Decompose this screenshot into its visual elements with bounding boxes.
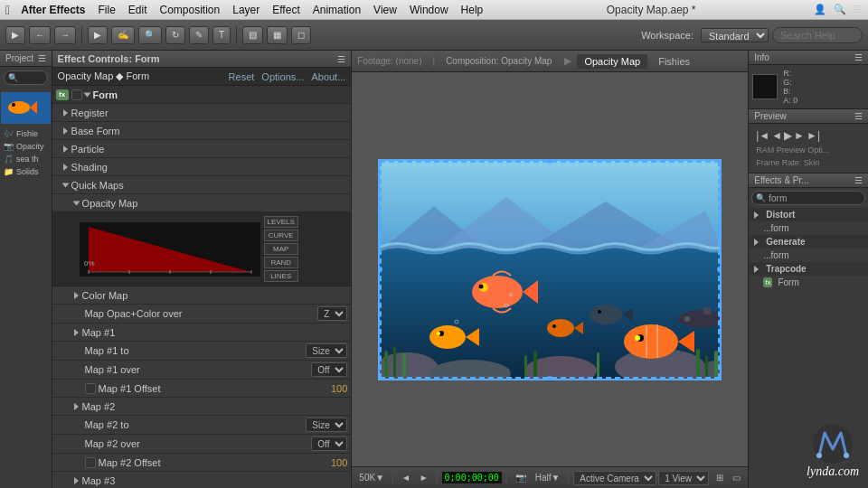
ec-panel-menu[interactable]: ☰	[337, 54, 345, 64]
window-menu[interactable]: Window	[404, 2, 454, 18]
user-icon[interactable]: 👤	[814, 4, 826, 15]
handle-bc[interactable]	[547, 376, 552, 380]
map2-over-row[interactable]: Map #2 over Off	[52, 435, 352, 454]
options-button[interactable]: Options...	[261, 71, 304, 82]
map2-offset-row[interactable]: Map #2 Offset 100	[52, 454, 352, 472]
composition-view[interactable]	[352, 72, 748, 466]
tab-fishies[interactable]: Fishies	[651, 54, 697, 69]
panel-menu-icon[interactable]: ☰	[38, 53, 46, 63]
map1-offset-value[interactable]: 100	[331, 383, 347, 394]
map1-offset-row[interactable]: Map #1 Offset 100	[52, 380, 352, 398]
register-row[interactable]: Register	[52, 104, 352, 122]
animation-menu[interactable]: Animation	[307, 2, 366, 18]
prev-play-btn[interactable]: ▶	[784, 129, 792, 142]
distort-toggle[interactable]	[754, 211, 759, 219]
opacity-map-toggle[interactable]	[72, 201, 80, 205]
prev-fwd-btn[interactable]: ►	[794, 129, 805, 142]
ram-preview-label[interactable]: RAM Preview Opti...	[752, 144, 864, 156]
effects-search-box[interactable]: 🔍 form	[751, 191, 865, 205]
map1-to-row[interactable]: Map #1 to Size	[52, 342, 352, 361]
handle-mr[interactable]	[717, 267, 722, 272]
map1-offset-check[interactable]	[85, 383, 96, 394]
map2-toggle[interactable]	[74, 403, 79, 410]
trapcode-form-item[interactable]: fx Form	[749, 276, 868, 289]
clone-tool[interactable]: ▦	[267, 26, 288, 44]
opacity-map-preview[interactable]: 0%	[80, 222, 260, 277]
workspace-select[interactable]: Standard	[701, 28, 769, 42]
map2-to-select[interactable]: Size	[306, 418, 347, 432]
base-form-row[interactable]: Base Form	[52, 122, 352, 140]
project-item-solids[interactable]: 📁 Solids	[0, 165, 52, 178]
quick-maps-row[interactable]: Quick Maps	[52, 176, 352, 194]
color-map-toggle[interactable]	[74, 292, 79, 299]
camera-select[interactable]: Active Camera	[573, 471, 656, 485]
opacity-map-row[interactable]: Opacity Map	[52, 194, 352, 212]
map2-over-select[interactable]: Off	[311, 436, 347, 451]
map1-over-select[interactable]: Off	[311, 362, 347, 377]
eraser-tool[interactable]: ◻	[291, 26, 311, 44]
form-section[interactable]: fx Form	[52, 86, 352, 104]
hand-tool[interactable]: ✍	[111, 26, 135, 44]
handle-tr[interactable]	[717, 159, 722, 164]
handle-br[interactable]	[717, 376, 722, 380]
color-map-row[interactable]: Color Map	[52, 286, 352, 305]
effect-menu[interactable]: Effect	[267, 2, 305, 18]
form-checkbox[interactable]	[71, 89, 82, 100]
distort-category[interactable]: Distort	[749, 208, 868, 221]
ctrl-lines[interactable]: LINES	[264, 270, 298, 282]
pen-tool[interactable]: ✎	[189, 26, 209, 44]
views-select[interactable]: 1 View	[658, 471, 709, 485]
distort-form-item[interactable]: ...form	[749, 221, 868, 235]
help-menu[interactable]: Help	[456, 2, 489, 18]
shading-row[interactable]: Shading	[52, 158, 352, 176]
info-panel-menu[interactable]: ☰	[854, 52, 863, 62]
project-item-sea[interactable]: 🎵 sea th	[0, 153, 52, 165]
prev-last-btn[interactable]: ►|	[807, 129, 820, 142]
ctrl-levels[interactable]: LEVELS	[264, 216, 298, 228]
reset-button[interactable]: Reset	[229, 71, 255, 82]
map1-to-select[interactable]: Size	[306, 343, 347, 358]
undo-button[interactable]: ←	[29, 26, 51, 44]
map3-row[interactable]: Map #3	[52, 472, 352, 488]
form-toggle[interactable]	[83, 92, 90, 97]
map-opac-row[interactable]: Map Opac+Color over Z	[52, 305, 352, 324]
search-input[interactable]	[772, 27, 863, 43]
zoom-level-btn[interactable]: 50K▼	[355, 472, 388, 483]
map1-over-row[interactable]: Map #1 over Off	[52, 361, 352, 380]
map2-offset-check[interactable]	[85, 457, 96, 468]
project-search[interactable]: 🔍	[4, 70, 48, 85]
list-icon[interactable]: ☰	[854, 4, 863, 15]
shading-toggle[interactable]	[63, 164, 68, 171]
apple-logo-icon[interactable]: 	[5, 3, 10, 17]
map1-row[interactable]: Map #1	[52, 324, 352, 342]
project-thumbnail-fishies[interactable]	[1, 92, 51, 124]
camera-icon-btn[interactable]: 📷	[512, 472, 530, 483]
project-item-opacity[interactable]: 📷 Opacity	[0, 140, 52, 153]
frame-forward-btn[interactable]: ►	[416, 472, 432, 483]
map-opac-select[interactable]: Z	[317, 306, 347, 321]
prev-back-btn[interactable]: ◄	[771, 129, 782, 142]
safe-zones-btn[interactable]: ▭	[729, 472, 744, 483]
trapcode-category[interactable]: Trapcode	[749, 262, 868, 276]
map2-to-row[interactable]: Map #2 to Size	[52, 416, 352, 435]
app-menu-title[interactable]: After Effects	[15, 2, 90, 18]
edit-menu[interactable]: Edit	[123, 2, 153, 18]
map1-toggle[interactable]	[74, 329, 79, 336]
about-button[interactable]: About...	[311, 71, 345, 82]
zoom-tool[interactable]: 🔍	[138, 26, 162, 44]
ctrl-map[interactable]: MAP	[264, 243, 298, 255]
grid-btn[interactable]: ⊞	[712, 472, 727, 483]
trapcode-toggle[interactable]	[754, 266, 759, 273]
quick-maps-toggle[interactable]	[61, 183, 69, 187]
view-menu[interactable]: View	[368, 2, 402, 18]
ctrl-rand[interactable]: RAND	[264, 257, 298, 268]
frame-back-btn[interactable]: ◄	[398, 472, 414, 483]
base-form-toggle[interactable]	[63, 127, 68, 135]
new-comp-button[interactable]: ▶	[5, 26, 25, 44]
composition-menu[interactable]: Composition	[155, 2, 226, 18]
file-menu[interactable]: File	[92, 2, 120, 18]
register-toggle[interactable]	[63, 109, 68, 117]
brush-tool[interactable]: ▧	[242, 26, 263, 44]
layer-menu[interactable]: Layer	[227, 2, 265, 18]
rotate-tool[interactable]: ↻	[165, 26, 185, 44]
